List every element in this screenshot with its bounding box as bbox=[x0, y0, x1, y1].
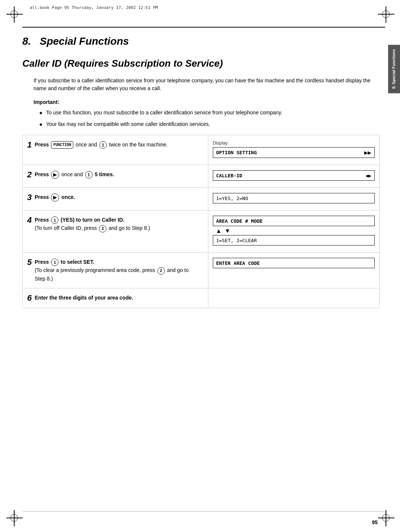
button-2-step4: 2 bbox=[99, 225, 106, 232]
display-box-2: CALLER-ID ◀▶ bbox=[213, 170, 375, 181]
button-2-step5: 2 bbox=[157, 267, 165, 275]
step-1-right: Display: OPTION SETTING ▶▶ bbox=[208, 135, 379, 165]
step-3-left: 3 Press ▶ once. bbox=[23, 188, 208, 210]
button-1-step4: 1 bbox=[51, 216, 58, 224]
button-1-step2: 1 bbox=[85, 171, 93, 178]
step-4-text: Press 1 (YES) to turn on Caller ID. (To … bbox=[35, 216, 200, 232]
steps-table: 1 Press FUNCTION once and 1 twice on the… bbox=[22, 135, 380, 308]
step-3-text: Press ▶ once. bbox=[35, 193, 200, 202]
sidebar-tab: 8. Special Functions bbox=[388, 45, 400, 93]
step-2-number: 2 bbox=[27, 170, 32, 179]
step-3-number: 3 bbox=[27, 193, 32, 202]
step-3-right: 1=YES, 2=NO bbox=[208, 188, 379, 210]
step-row-6: 6 Enter the three digits of your area co… bbox=[23, 288, 380, 308]
step-2-text: Press ▶ once and 1 5 times. bbox=[35, 170, 200, 179]
step-1-number: 1 bbox=[27, 140, 32, 149]
step-6-right bbox=[208, 288, 379, 308]
step-1-left: 1 Press FUNCTION once and 1 twice on the… bbox=[23, 135, 208, 165]
step-6-text: Enter the three digits of your area code… bbox=[35, 294, 200, 302]
step-5-left: 5 Press 1 to select SET. (To clear a pre… bbox=[23, 253, 208, 288]
section-heading: Caller ID (Requires Subscription to Serv… bbox=[22, 58, 380, 69]
important-label: Important: bbox=[33, 99, 380, 105]
arrow-indicators: ▲ ▼ bbox=[213, 228, 375, 234]
step-4-left: 4 Press 1 (YES) to turn on Caller ID. (T… bbox=[23, 210, 208, 253]
page-number: 95 bbox=[372, 519, 378, 525]
display-box-1: OPTION SETTING ▶▶ bbox=[213, 147, 375, 158]
reg-mark-bl bbox=[10, 514, 18, 522]
main-content: 8. Special Functions Caller ID (Requires… bbox=[22, 32, 380, 510]
arrow-up-icon: ▲ bbox=[216, 228, 222, 234]
chapter-title: Special Functions bbox=[40, 35, 129, 47]
step-6-left: 6 Enter the three digits of your area co… bbox=[23, 288, 208, 308]
step-row-1: 1 Press FUNCTION once and 1 twice on the… bbox=[23, 135, 380, 165]
button-1-step1: 1 bbox=[99, 141, 107, 149]
step-5-number: 5 bbox=[27, 258, 32, 267]
chapter-number: 8. bbox=[22, 35, 31, 47]
reg-mark-tl bbox=[10, 10, 18, 18]
button-1-step5: 1 bbox=[51, 259, 58, 266]
nav-button-step2: ▶ bbox=[51, 171, 59, 179]
step-row-3: 3 Press ▶ once. 1=YES, 2=NO bbox=[23, 188, 380, 210]
arrow-down-icon: ▼ bbox=[225, 228, 231, 234]
bullet-item-1: To use this function, you must subscribe… bbox=[41, 109, 380, 117]
file-metadata: all.book Page 95 Thursday, January 17, 2… bbox=[30, 5, 158, 10]
step-1-text: Press FUNCTION once and 1 twice on the f… bbox=[35, 140, 200, 149]
bullet-item-2: Your fax may not be compatible with some… bbox=[41, 120, 380, 128]
step-4-number: 4 bbox=[27, 216, 32, 225]
bottom-rule bbox=[22, 511, 385, 512]
chapter-heading: 8. Special Functions bbox=[22, 35, 380, 47]
step-row-2: 2 Press ▶ once and 1 5 times. CALLER-ID … bbox=[23, 165, 380, 188]
step-5-right: ENTER AREA CODE bbox=[208, 253, 379, 288]
step-6-number: 6 bbox=[27, 294, 32, 303]
top-rule bbox=[22, 27, 385, 28]
reg-mark-tr bbox=[382, 10, 390, 18]
step-4-right: AREA CODE # MODE ▲ ▼ 1=SET, 2=CLEAR bbox=[208, 210, 379, 253]
step-row-5: 5 Press 1 to select SET. (To clear a pre… bbox=[23, 253, 380, 288]
display-label-1: Display: bbox=[213, 140, 375, 146]
step-row-4: 4 Press 1 (YES) to turn on Caller ID. (T… bbox=[23, 210, 380, 253]
reg-mark-br bbox=[382, 514, 390, 522]
nav-button-step3: ▶ bbox=[51, 193, 59, 202]
intro-paragraph: If you subscribe to a caller identificat… bbox=[33, 77, 376, 92]
function-button: FUNCTION bbox=[51, 141, 73, 149]
step-2-left: 2 Press ▶ once and 1 5 times. bbox=[23, 165, 208, 188]
display-box-4a: AREA CODE # MODE bbox=[213, 216, 375, 226]
step-5-text: Press 1 to select SET. (To clear a previ… bbox=[35, 258, 200, 283]
display-box-3: 1=YES, 2=NO bbox=[213, 193, 375, 203]
display-box-4b: 1=SET, 2=CLEAR bbox=[213, 235, 375, 246]
step-2-right: CALLER-ID ◀▶ bbox=[208, 165, 379, 188]
display-box-5: ENTER AREA CODE bbox=[213, 258, 375, 268]
